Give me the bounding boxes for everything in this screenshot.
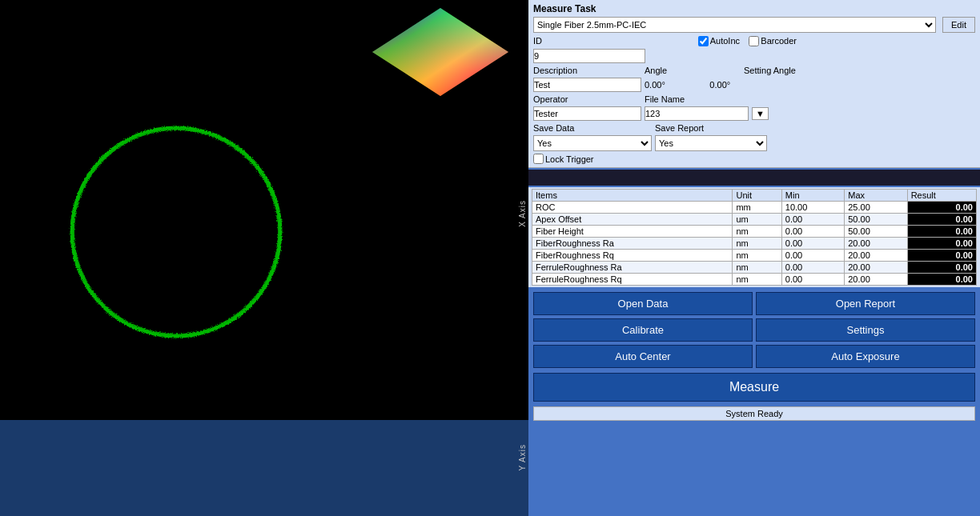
cell-unit: mm — [733, 202, 781, 214]
setting-angle-value: 0.00° — [709, 80, 741, 90]
lock-trigger-checkbox-label: Lock Trigger — [533, 154, 594, 164]
auto-exposure-button[interactable]: Auto Exposure — [756, 345, 975, 368]
description-input[interactable] — [533, 78, 641, 92]
measurements-table: Items Unit Min Max Result ROC mm 10.00 2… — [532, 189, 977, 286]
operator-input-row: ▼ — [533, 106, 975, 121]
autoinc-checkbox[interactable] — [698, 36, 709, 46]
cell-max: 20.00 — [845, 250, 907, 262]
operator-label: Operator — [533, 94, 641, 104]
col-header-min: Min — [781, 190, 844, 202]
auto-center-button[interactable]: Auto Center — [533, 345, 753, 368]
cell-item: FerruleRoughness Rq — [532, 274, 733, 286]
cell-result: 0.00 — [907, 214, 976, 226]
angle-label: Angle — [645, 66, 741, 75]
file-browse-icon[interactable]: ▼ — [752, 107, 769, 120]
table-row: FerruleRoughness Rq nm 0.00 20.00 0.00 — [532, 274, 977, 286]
file-name-label: File Name — [645, 94, 685, 104]
autoinc-checkbox-label: AutoInc — [698, 36, 740, 46]
cell-max: 50.00 — [845, 226, 907, 238]
form-area: Measure Task Single Fiber 2.5mm-PC-IEC E… — [528, 0, 980, 168]
color-diamond — [368, 4, 512, 100]
cell-unit: nm — [733, 274, 781, 286]
measure-button-row: Measure — [528, 373, 980, 405]
x-axis-label: X Axis — [518, 200, 527, 227]
left-panel: X Axis Y Axis — [0, 0, 528, 516]
save-select-row: YesNo YesNo — [533, 135, 975, 151]
description-label: Description — [533, 66, 641, 75]
id-label: ID — [533, 36, 542, 46]
file-name-input[interactable] — [645, 106, 749, 121]
cell-unit: nm — [733, 250, 781, 262]
table-row: ROC mm 10.00 25.00 0.00 — [532, 202, 977, 214]
cell-item: FerruleRoughness Ra — [532, 262, 733, 274]
camera-view: X Axis — [0, 0, 528, 420]
cell-result: 0.00 — [907, 274, 976, 286]
table-row: Fiber Height nm 0.00 50.00 0.00 — [532, 226, 977, 238]
cell-item: ROC — [532, 202, 733, 214]
id-input[interactable] — [533, 49, 645, 63]
left-bottom-panel: Y Axis — [0, 420, 528, 516]
table-row: FiberRoughness Rq nm 0.00 20.00 0.00 — [532, 250, 977, 262]
description-label-row: Description Angle Setting Angle — [533, 66, 975, 75]
cell-result: 0.00 — [907, 262, 976, 274]
table-row: FerruleRoughness Ra nm 0.00 20.00 0.00 — [532, 262, 977, 274]
cell-min: 0.00 — [781, 262, 844, 274]
cell-min: 0.00 — [781, 274, 844, 286]
col-header-result: Result — [907, 190, 976, 202]
right-panel: Measure Task Single Fiber 2.5mm-PC-IEC E… — [528, 0, 980, 516]
autoinc-label: AutoInc — [710, 36, 740, 46]
status-bar: System Ready — [528, 405, 980, 426]
save-data-label: Save Data — [533, 123, 652, 133]
cell-result: 0.00 — [907, 250, 976, 262]
cell-min: 0.00 — [781, 226, 844, 238]
save-label-row: Save Data Save Report — [533, 123, 975, 133]
cell-item: Apex Offset — [532, 214, 733, 226]
id-row: ID AutoInc Barcoder — [533, 35, 975, 46]
setting-angle-label: Setting Angle — [744, 66, 796, 75]
cell-unit: nm — [733, 238, 781, 250]
status-text: System Ready — [533, 406, 975, 421]
cell-result: 0.00 — [907, 226, 976, 238]
task-dropdown[interactable]: Single Fiber 2.5mm-PC-IEC — [533, 17, 936, 33]
table-row: FiberRoughness Ra nm 0.00 20.00 0.00 — [532, 238, 977, 250]
measure-task-label: Measure Task — [533, 3, 596, 14]
lock-trigger-checkbox[interactable] — [533, 154, 544, 164]
save-report-select[interactable]: YesNo — [655, 135, 767, 151]
col-header-unit: Unit — [733, 190, 781, 202]
cell-max: 25.00 — [845, 202, 907, 214]
col-header-items: Items — [532, 190, 733, 202]
open-report-button[interactable]: Open Report — [756, 292, 975, 315]
table-area: Items Unit Min Max Result ROC mm 10.00 2… — [528, 187, 980, 287]
button-grid: Open Data Open Report Calibrate Settings… — [528, 287, 980, 373]
cell-unit: nm — [733, 226, 781, 238]
cell-max: 50.00 — [845, 214, 907, 226]
barcoder-label: Barcoder — [761, 36, 797, 46]
lock-trigger-row: Lock Trigger — [533, 154, 975, 164]
cell-result: 0.00 — [907, 202, 976, 214]
edit-button[interactable]: Edit — [942, 17, 975, 33]
save-data-select[interactable]: YesNo — [533, 135, 652, 151]
cell-min: 0.00 — [781, 214, 844, 226]
cell-min: 0.00 — [781, 250, 844, 262]
angle-value: 0.00° — [645, 80, 677, 90]
description-input-row: 0.00° 0.00° — [533, 78, 975, 92]
barcoder-checkbox-label: Barcoder — [749, 36, 797, 46]
calibrate-button[interactable]: Calibrate — [533, 318, 753, 342]
barcoder-checkbox[interactable] — [749, 36, 759, 46]
settings-button[interactable]: Settings — [756, 318, 975, 342]
operator-input[interactable] — [533, 106, 641, 121]
measure-button[interactable]: Measure — [533, 373, 975, 402]
open-data-button[interactable]: Open Data — [533, 292, 753, 315]
cell-item: Fiber Height — [532, 226, 733, 238]
cell-max: 20.00 — [845, 238, 907, 250]
table-row: Apex Offset um 0.00 50.00 0.00 — [532, 214, 977, 226]
measure-task-row: Measure Task — [533, 3, 975, 14]
cell-max: 20.00 — [845, 262, 907, 274]
green-circle — [48, 104, 304, 360]
svg-marker-1 — [372, 8, 508, 96]
cell-item: FiberRoughness Rq — [532, 250, 733, 262]
id-input-row — [533, 49, 975, 63]
lock-trigger-label: Lock Trigger — [545, 154, 594, 164]
dark-bar — [528, 170, 980, 186]
cell-result: 0.00 — [907, 238, 976, 250]
